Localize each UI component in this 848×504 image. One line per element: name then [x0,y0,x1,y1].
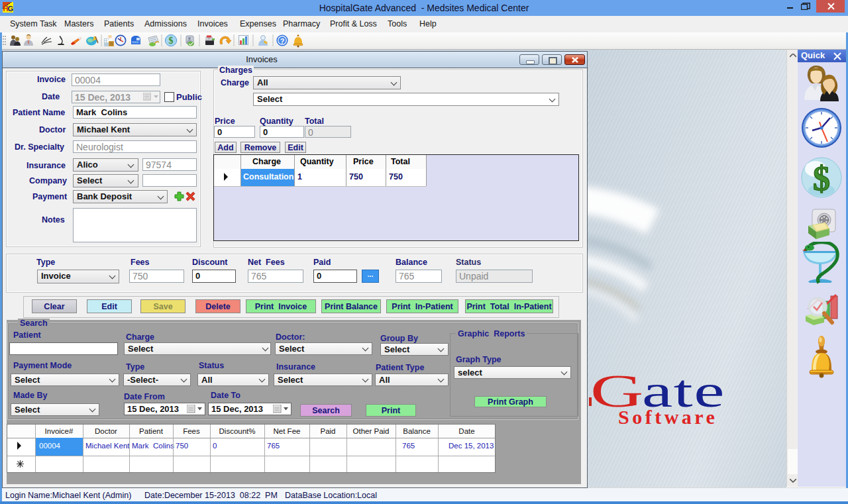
svg-text:?: ? [280,37,285,45]
svg-text:G: G [8,5,14,13]
svg-text:$: $ [813,160,830,197]
svg-text:$: $ [169,36,174,46]
